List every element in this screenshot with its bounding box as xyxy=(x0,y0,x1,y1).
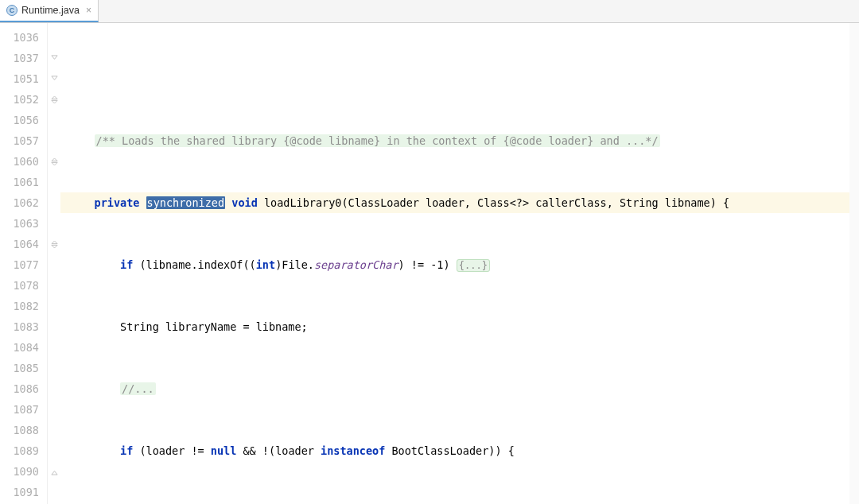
fold-spacer xyxy=(48,110,60,130)
fold-spacer xyxy=(48,213,60,234)
line-number: 1060 xyxy=(0,151,39,172)
code-line[interactable]: //... xyxy=(60,378,859,399)
fold-spacer xyxy=(48,296,60,316)
line-number: 1052 xyxy=(0,89,39,110)
fold-spacer xyxy=(48,254,60,275)
line-number-gutter: 1036103710511052105610571060106110621063… xyxy=(0,23,48,504)
fold-toggle-icon[interactable] xyxy=(48,68,60,89)
fold-spacer xyxy=(48,337,60,358)
code-line[interactable]: if (libname.indexOf((int)File.separatorC… xyxy=(60,254,859,275)
code-content[interactable]: /** Loads the shared library {@code libn… xyxy=(60,23,859,504)
fold-toggle-icon[interactable] xyxy=(48,48,60,68)
java-class-icon: C xyxy=(6,5,17,16)
line-number: 1089 xyxy=(0,440,39,461)
close-icon[interactable]: × xyxy=(84,5,91,16)
code-line-highlighted[interactable]: private synchronized void loadLibrary0(C… xyxy=(60,192,859,213)
fold-spacer xyxy=(48,27,60,48)
line-number: 1064 xyxy=(0,234,39,254)
vertical-scrollbar[interactable] xyxy=(849,23,859,504)
line-number: 1061 xyxy=(0,172,39,192)
tab-filename: Runtime.java xyxy=(21,5,80,16)
fold-spacer xyxy=(48,358,60,378)
fold-spacer xyxy=(48,316,60,337)
line-number: 1085 xyxy=(0,358,39,378)
fold-spacer xyxy=(48,420,60,440)
folded-comment[interactable]: //... xyxy=(120,382,156,395)
fold-spacer xyxy=(48,130,60,151)
editor-area[interactable]: 1036103710511052105610571060106110621063… xyxy=(0,23,859,504)
code-line[interactable] xyxy=(60,68,859,89)
fold-column xyxy=(48,23,60,504)
fold-spacer xyxy=(48,399,60,420)
selected-keyword: synchronized xyxy=(146,196,226,209)
line-number: 1036 xyxy=(0,27,39,48)
line-number: 1082 xyxy=(0,296,39,316)
fold-spacer xyxy=(48,440,60,461)
line-number: 1063 xyxy=(0,213,39,234)
fold-toggle-icon[interactable] xyxy=(48,89,60,110)
code-line[interactable]: String libraryName = libname; xyxy=(60,316,859,337)
fold-spacer xyxy=(48,378,60,399)
code-line[interactable]: /** Loads the shared library {@code libn… xyxy=(60,130,859,151)
line-number: 1084 xyxy=(0,337,39,358)
fold-spacer xyxy=(48,275,60,296)
fold-toggle-icon[interactable] xyxy=(48,461,60,482)
line-number: 1051 xyxy=(0,68,39,89)
fold-spacer xyxy=(48,482,60,502)
fold-spacer xyxy=(48,192,60,213)
line-number: 1057 xyxy=(0,130,39,151)
line-number: 1088 xyxy=(0,420,39,440)
fold-toggle-icon[interactable] xyxy=(48,151,60,172)
line-number: 1056 xyxy=(0,110,39,130)
fold-toggle-icon[interactable] xyxy=(48,234,60,254)
line-number: 1037 xyxy=(0,48,39,68)
tab-bar: C Runtime.java × xyxy=(0,0,859,23)
fold-placeholder[interactable]: {...} xyxy=(457,259,490,272)
line-number: 1078 xyxy=(0,275,39,296)
line-number: 1062 xyxy=(0,192,39,213)
code-line[interactable]: if (loader != null && !(loader instanceo… xyxy=(60,440,859,461)
line-number: 1077 xyxy=(0,254,39,275)
line-number: 1090 xyxy=(0,461,39,482)
line-number: 1087 xyxy=(0,399,39,420)
javadoc-comment: /** Loads the shared library {@code libn… xyxy=(95,134,660,147)
line-number: 1091 xyxy=(0,482,39,502)
line-number: 1086 xyxy=(0,378,39,399)
fold-spacer xyxy=(48,172,60,192)
line-number: 1083 xyxy=(0,316,39,337)
editor-tab[interactable]: C Runtime.java × xyxy=(0,0,99,22)
